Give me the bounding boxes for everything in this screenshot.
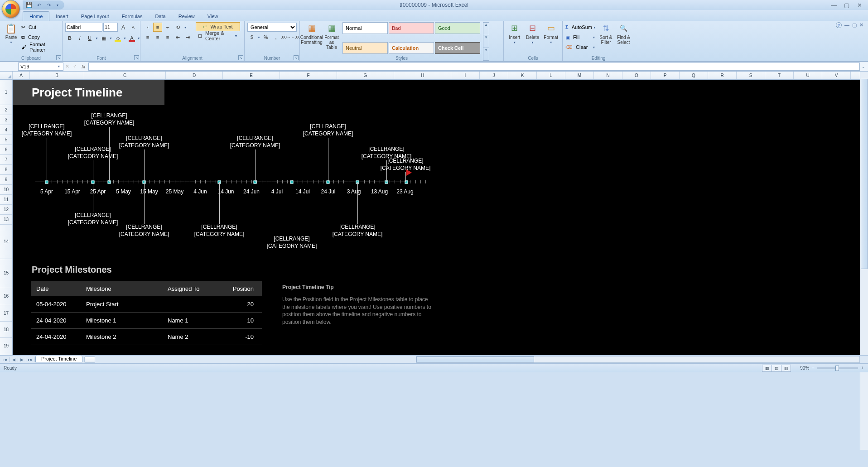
first-sheet-button[interactable]: ⏮ <box>2 357 10 362</box>
row-header[interactable]: 19 <box>0 338 12 354</box>
redo-button[interactable]: ↷ <box>45 1 53 9</box>
new-sheet-button[interactable] <box>84 356 95 363</box>
column-header[interactable]: R <box>708 72 737 79</box>
comma-button[interactable]: , <box>271 33 280 42</box>
close-button[interactable]: ✕ <box>854 1 865 9</box>
horizontal-scrollbar[interactable] <box>416 356 860 363</box>
fill-color-button[interactable]: ◇ <box>113 34 122 43</box>
increase-decimal-button[interactable]: .00→ <box>281 33 290 42</box>
zoom-out-button[interactable]: − <box>812 366 815 371</box>
row-header[interactable]: 7 <box>0 155 12 165</box>
zoom-level[interactable]: 90% <box>800 366 809 371</box>
worksheet-grid[interactable]: 12345678910111213141516171819 Project Ti… <box>0 80 868 355</box>
formula-input[interactable] <box>88 63 860 71</box>
row-header[interactable]: 12 <box>0 205 12 215</box>
align-right-button[interactable]: ≡ <box>163 33 172 42</box>
sheet-canvas[interactable]: Project Timeline 5 Apr15 Apr25 Apr5 May1… <box>13 80 868 355</box>
style-check-cell[interactable]: Check Cell <box>435 42 480 54</box>
fill-button[interactable]: Fill▼ <box>565 32 596 42</box>
tab-page-layout[interactable]: Page Layout <box>75 12 116 21</box>
wrap-text-button[interactable]: ↵ Wrap Text <box>196 22 240 31</box>
view-page-layout-button[interactable]: ▤ <box>772 365 781 372</box>
currency-button[interactable]: $ <box>247 33 256 42</box>
number-launcher[interactable]: ↘ <box>294 55 299 60</box>
row-header[interactable]: 11 <box>0 195 12 205</box>
style-neutral[interactable]: Neutral <box>342 42 388 54</box>
alignment-launcher[interactable]: ↘ <box>238 55 243 60</box>
column-header[interactable]: V <box>822 72 851 79</box>
decrease-indent-button[interactable]: ⇤ <box>173 33 182 42</box>
font-size-input[interactable] <box>103 23 118 32</box>
tab-review[interactable]: Review <box>172 12 201 21</box>
column-header[interactable]: F <box>280 72 337 79</box>
row-header[interactable]: 17 <box>0 305 12 322</box>
row-header[interactable]: 4 <box>0 125 12 135</box>
maximize-button[interactable]: ▢ <box>841 1 853 9</box>
align-center-button[interactable]: ≡ <box>153 33 162 42</box>
name-box[interactable]: V19▼ <box>18 63 63 71</box>
bold-button[interactable]: B <box>65 34 74 43</box>
table-row[interactable]: 24-04-2020 Milestone 2 Name 2 -10 <box>31 329 262 345</box>
clear-button[interactable]: Clear▼ <box>565 42 596 52</box>
ribbon-restore-button[interactable]: ▢ <box>852 22 857 28</box>
formula-bar-expand[interactable]: ⌄ <box>860 64 867 69</box>
column-header[interactable]: P <box>651 72 680 79</box>
cut-button[interactable]: Cut <box>21 22 59 32</box>
zoom-slider[interactable] <box>817 367 858 369</box>
row-header[interactable]: 14 <box>0 225 12 259</box>
minimize-button[interactable]: — <box>828 1 840 9</box>
font-color-button[interactable]: A <box>127 34 136 43</box>
table-row[interactable]: 05-04-2020 Project Start 20 <box>31 296 262 313</box>
tab-data[interactable]: Data <box>149 12 172 21</box>
hscroll-thumb[interactable] <box>416 356 534 362</box>
row-header[interactable]: 13 <box>0 215 12 225</box>
row-header[interactable]: 15 <box>0 259 12 287</box>
column-header[interactable]: Q <box>680 72 708 79</box>
align-left-button[interactable]: ≡ <box>143 33 152 42</box>
number-format-select[interactable]: General <box>247 23 297 32</box>
column-header[interactable]: C <box>84 72 166 79</box>
decrease-decimal-button[interactable]: ←.00 <box>291 33 300 42</box>
align-bottom-button[interactable]: ⫟ <box>163 23 172 32</box>
vertical-scrollbar[interactable] <box>860 72 868 450</box>
column-header[interactable]: H <box>394 72 451 79</box>
copy-button[interactable]: Copy <box>21 32 59 42</box>
view-normal-button[interactable]: ▦ <box>762 365 772 372</box>
style-bad[interactable]: Bad <box>389 22 434 34</box>
borders-button[interactable]: ▦ <box>99 34 108 43</box>
underline-button[interactable]: U <box>85 34 94 43</box>
save-icon[interactable] <box>25 1 33 9</box>
table-row[interactable]: 24-04-2020 Milestone 1 Name 1 10 <box>31 313 262 329</box>
grow-font-button[interactable]: A <box>119 23 128 32</box>
prev-sheet-button[interactable]: ◀ <box>10 357 18 362</box>
style-good[interactable]: Good <box>435 22 480 34</box>
column-header[interactable]: S <box>737 72 765 79</box>
orientation-button[interactable]: ⟲ <box>173 23 182 32</box>
zoom-in-button[interactable]: + <box>861 366 863 371</box>
font-launcher[interactable]: ↘ <box>134 55 139 60</box>
row-header[interactable]: 8 <box>0 165 12 175</box>
help-icon[interactable]: ? <box>836 22 842 28</box>
row-header[interactable]: 9 <box>0 175 12 185</box>
merge-center-button[interactable]: ⊞ Merge & Center▼ <box>196 31 240 40</box>
zoom-slider-thumb[interactable] <box>835 366 839 371</box>
column-header[interactable]: T <box>765 72 794 79</box>
align-middle-button[interactable]: ≡ <box>153 23 162 32</box>
format-painter-button[interactable]: Format Painter <box>21 42 59 52</box>
last-sheet-button[interactable]: ⏭ <box>26 357 34 362</box>
column-header[interactable]: J <box>480 72 508 79</box>
tab-home[interactable]: Home <box>23 11 49 21</box>
column-header[interactable]: U <box>794 72 822 79</box>
style-calculation[interactable]: Calculation <box>389 42 434 54</box>
view-page-break-button[interactable]: ▥ <box>781 365 791 372</box>
column-header[interactable]: O <box>622 72 651 79</box>
column-header[interactable]: A <box>13 72 30 79</box>
undo-button[interactable]: ↶ <box>35 1 43 9</box>
next-sheet-button[interactable]: ▶ <box>18 357 26 362</box>
row-header[interactable]: 6 <box>0 145 12 155</box>
row-header[interactable]: 2 <box>0 105 12 115</box>
tab-view[interactable]: View <box>201 12 225 21</box>
row-header[interactable]: 10 <box>0 185 12 195</box>
font-name-input[interactable] <box>65 23 102 32</box>
column-header[interactable]: M <box>565 72 594 79</box>
